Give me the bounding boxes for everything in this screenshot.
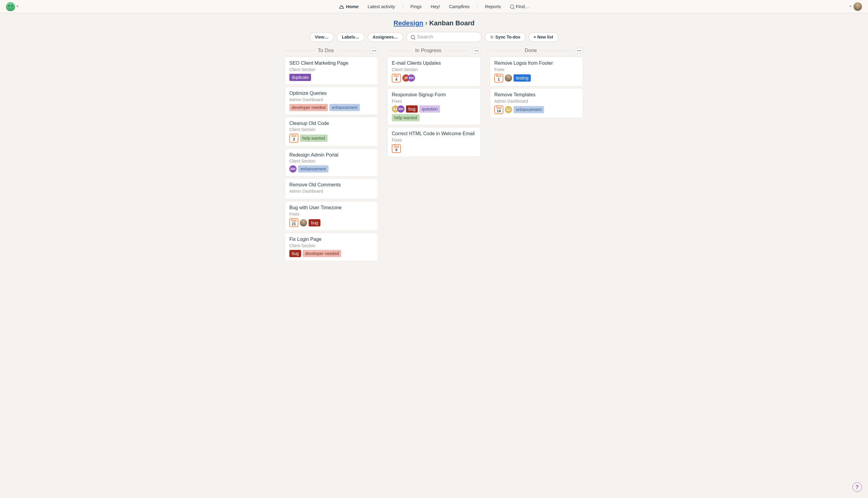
card-subtitle: Fixes: [392, 137, 476, 142]
card-meta-row: SJRHbugquestion: [392, 105, 476, 113]
label: enhancement: [298, 165, 329, 172]
nav-reports[interactable]: Reports: [481, 4, 506, 9]
assignees-button[interactable]: Assignees…: [368, 32, 403, 42]
chevron-down-icon: [849, 6, 852, 7]
assignee-group: SJ: [505, 106, 512, 113]
column-menu-button[interactable]: [472, 48, 481, 53]
card-meta-row: Sep14SJenhancement: [494, 105, 579, 114]
card-meta-row: help wanted: [392, 114, 476, 121]
card-title: Bug with User Timezone: [289, 205, 374, 211]
card[interactable]: Cleanup Old CodeClient SectionOct3help w…: [285, 117, 378, 147]
nav-campfires[interactable]: Campfires: [445, 4, 474, 9]
gear-icon: [490, 35, 494, 39]
assignee-group: [505, 74, 512, 82]
avatar: RH: [289, 165, 296, 172]
card[interactable]: Fix Login PageClient Sectionbugdeveloper…: [285, 233, 378, 261]
label: duplicate: [289, 74, 311, 81]
card-title: Redesign Admin Portal: [289, 152, 374, 158]
board-search[interactable]: [406, 32, 482, 42]
label: bug: [406, 105, 418, 113]
chevron-down-icon: [16, 6, 19, 7]
card[interactable]: Responsive Signup FormFixesSJRHbugquesti…: [387, 88, 481, 125]
card-subtitle: Client Section: [289, 67, 374, 72]
label: bug: [309, 219, 320, 226]
card-meta-row: duplicate: [289, 74, 374, 81]
avatar: SJ: [505, 106, 512, 113]
divider: [337, 51, 367, 51]
card-title: SEO Client Marketing Page: [289, 60, 374, 67]
card-title: Remove Logos from Footer: [494, 60, 579, 67]
nav-home[interactable]: Home: [334, 4, 363, 9]
label: help wanted: [392, 114, 420, 121]
assignee-group: [300, 219, 307, 226]
divider: [490, 51, 522, 51]
search-input[interactable]: [417, 34, 477, 40]
column-header: To Dos: [285, 48, 378, 54]
divider: [387, 51, 412, 51]
nav-hey[interactable]: Hey!: [426, 4, 445, 9]
card-title: Responsive Signup Form: [392, 92, 476, 98]
search-icon: [510, 4, 514, 9]
card[interactable]: Bug with User TimezoneFixesSep21bug: [285, 201, 378, 231]
assignee-group: RH: [289, 165, 296, 172]
card[interactable]: Correct HTML Code in Welcome EmailFixesS…: [387, 127, 481, 157]
card[interactable]: Remove Logos from FooterFixesNov1testing: [490, 56, 583, 87]
column-title: Done: [525, 48, 537, 54]
column-header: Done: [490, 48, 583, 54]
nav-latest-activity[interactable]: Latest activity: [363, 4, 400, 9]
divider: [540, 51, 572, 51]
breadcrumb-sep: ›: [425, 19, 427, 27]
account-switcher[interactable]: [6, 2, 19, 11]
nav-separator: [477, 3, 477, 10]
card-meta-row: Nov1testing: [494, 74, 579, 82]
card-subtitle: Client Section: [289, 127, 374, 132]
column-menu-button[interactable]: [575, 48, 583, 53]
breadcrumb-parent-link[interactable]: Redesign: [394, 19, 423, 27]
card[interactable]: E-mail Clients UpdatesClient SectionOct4…: [387, 56, 481, 87]
card-title: E-mail Clients Updates: [392, 60, 476, 67]
user-menu[interactable]: [849, 2, 862, 11]
view-button[interactable]: View…: [310, 32, 334, 42]
label: developer needed: [303, 250, 341, 257]
card[interactable]: SEO Client Marketing PageClient Sectiond…: [285, 56, 378, 85]
card[interactable]: Optimize QueriesAdmin Dashboarddeveloper…: [285, 87, 378, 115]
column: Done Remove Logos from FooterFixesNov1te…: [490, 48, 583, 120]
label: enhancement: [513, 106, 544, 113]
card-subtitle: Client Section: [392, 67, 476, 72]
card-meta-row: RHenhancement: [289, 165, 374, 172]
card-meta-row: developer neededenhancement: [289, 104, 374, 111]
card-subtitle: Client Section: [289, 159, 374, 163]
card-title: Correct HTML Code in Welcome Email: [392, 131, 476, 137]
card-title: Optimize Queries: [289, 90, 374, 97]
date-badge: Oct4: [392, 74, 401, 82]
card-subtitle: Admin Dashboard: [494, 99, 579, 104]
card-subtitle: Admin Dashboard: [289, 189, 374, 194]
topbar: Home Latest activity Pings Hey! Campfire…: [0, 0, 868, 13]
card-meta-row: Sep5: [392, 144, 476, 153]
new-list-button[interactable]: + New list: [528, 32, 559, 42]
avatar: RH: [408, 74, 415, 82]
card[interactable]: Remove Old CommentsAdmin Dashboard: [285, 178, 378, 199]
card-subtitle: Admin Dashboard: [289, 97, 374, 102]
card-meta-row: Oct4JPRH: [392, 74, 476, 82]
label: enhancement: [329, 104, 360, 111]
nav-pings[interactable]: Pings: [406, 4, 426, 9]
column-title: In Progress: [415, 48, 442, 54]
breadcrumb: Redesign › Kanban Board: [0, 13, 868, 31]
labels-button[interactable]: Labels…: [337, 32, 365, 42]
column-menu-button[interactable]: [370, 48, 378, 53]
card[interactable]: Redesign Admin PortalClient SectionRHenh…: [285, 148, 378, 177]
label: bug: [289, 250, 301, 257]
label: question: [419, 105, 440, 113]
page-title: Kanban Board: [429, 19, 474, 27]
date-badge: Sep5: [392, 144, 401, 153]
card-meta-row: Oct3help wanted: [289, 134, 374, 142]
card-title: Cleanup Old Code: [289, 120, 374, 127]
card[interactable]: Remove TemplatesAdmin DashboardSep14SJen…: [490, 88, 583, 118]
nav-find[interactable]: Find…: [506, 4, 534, 9]
svg-point-0: [491, 37, 493, 38]
card-subtitle: Client Section: [289, 243, 374, 248]
assignee-group: SJRH: [392, 105, 405, 113]
label: help wanted: [300, 134, 328, 142]
sync-todos-button[interactable]: Sync To-dos: [485, 32, 526, 42]
